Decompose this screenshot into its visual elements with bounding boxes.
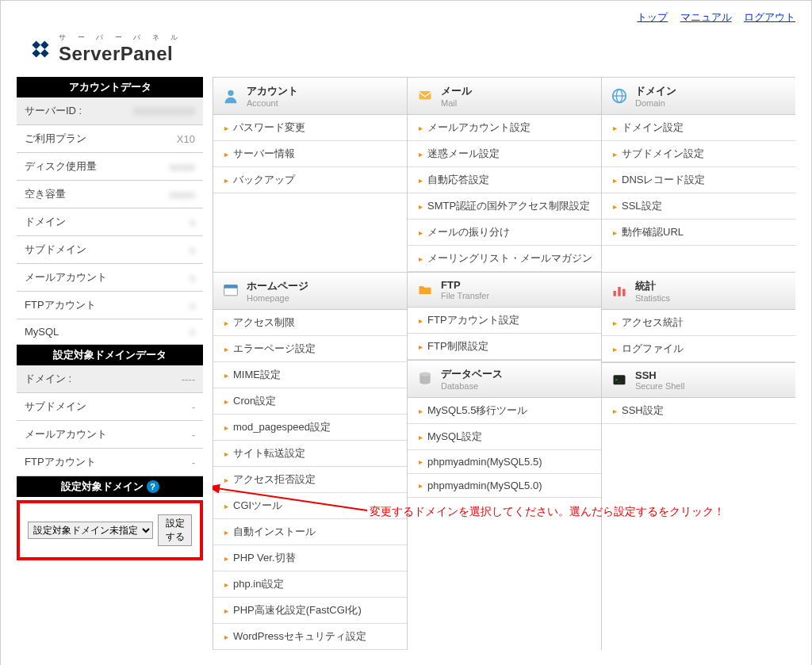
menu-item[interactable]: ▸php.ini設定 <box>213 571 407 598</box>
bullet-icon: ▸ <box>224 397 228 406</box>
chart-icon <box>610 283 629 299</box>
menu-item[interactable]: ▸MySQL設定 <box>408 424 601 450</box>
bullet-icon: ▸ <box>419 407 423 415</box>
bullet-icon: ▸ <box>224 423 228 432</box>
sidebar-section-target-domain-header: 設定対象ドメイン? <box>17 476 203 497</box>
category-header-mail: メールMail <box>408 77 601 115</box>
main-panel: アカウントAccount ▸パスワード変更▸サーバー情報▸バックアップ メールM… <box>213 77 795 650</box>
bullet-icon: ▸ <box>419 457 423 466</box>
svg-rect-15 <box>622 289 625 296</box>
menu-item[interactable]: ▸Cron設定 <box>213 388 407 415</box>
sidebar-row: FTPアカウント- <box>17 449 203 476</box>
help-icon[interactable]: ? <box>147 480 159 493</box>
menu-item[interactable]: ▸PHP高速化設定(FastCGI化) <box>213 598 407 624</box>
menu-item[interactable]: ▸phpmyadmin(MySQL5.5) <box>408 450 601 474</box>
menu-item[interactable]: ▸エラーページ設定 <box>213 336 407 362</box>
menu-item[interactable]: ▸メールアカウント設定 <box>408 115 601 141</box>
bullet-icon: ▸ <box>224 449 228 458</box>
bullet-icon: ▸ <box>224 554 228 563</box>
menu-item[interactable]: ▸PHP Ver.切替 <box>213 545 407 571</box>
bullet-icon: ▸ <box>613 407 617 415</box>
menu-item[interactable]: ▸FTP制限設定 <box>408 334 601 360</box>
menu-item[interactable]: ▸FTPアカウント設定 <box>408 308 601 334</box>
link-top[interactable]: トップ <box>637 11 668 23</box>
set-domain-button[interactable]: 設定する <box>158 514 192 546</box>
category-header-database: データベースDatabase <box>408 360 601 398</box>
link-manual[interactable]: マニュアル <box>680 11 732 23</box>
sidebar-row: メールアカウント- <box>17 421 203 449</box>
menu-item[interactable]: ▸アクセス拒否設定 <box>213 467 407 493</box>
bullet-icon: ▸ <box>224 371 228 380</box>
sidebar-row: サーバーID :XXXXXXXXX <box>17 97 203 125</box>
bullet-icon: ▸ <box>613 176 617 185</box>
bullet-icon: ▸ <box>419 316 423 325</box>
window-icon <box>221 283 240 299</box>
sidebar-row: 空き容量xxxxx <box>17 181 203 208</box>
menu-item[interactable]: ▸DNSレコード設定 <box>602 167 795 193</box>
category-header-homepage: ホームページHomepage <box>213 272 407 310</box>
bullet-icon: ▸ <box>419 342 423 351</box>
menu-item[interactable]: ▸ドメイン設定 <box>602 115 795 141</box>
menu-item[interactable]: ▸サブドメイン設定 <box>602 141 795 167</box>
bullet-icon: ▸ <box>419 150 423 159</box>
menu-item[interactable]: ▸サーバー情報 <box>213 141 407 167</box>
menu-item[interactable]: ▸アクセス制限 <box>213 310 407 336</box>
menu-item[interactable]: ▸phpmyadmin(MySQL5.0) <box>408 474 601 498</box>
category-header-domain: ドメインDomain <box>602 77 795 115</box>
sidebar-section-account-header: アカウントデータ <box>17 77 203 97</box>
menu-item[interactable]: ▸SSH設定 <box>602 398 795 424</box>
bullet-icon: ▸ <box>613 150 617 159</box>
logo-title: ServerPanel <box>59 43 182 65</box>
bullet-icon: ▸ <box>419 228 423 237</box>
terminal-icon: >_ <box>610 373 629 388</box>
menu-item[interactable]: ▸SSL設定 <box>602 193 795 220</box>
domain-select[interactable]: 設定対象ドメイン未指定 <box>28 522 153 539</box>
menu-item[interactable]: ▸パスワード変更 <box>213 115 407 141</box>
menu-item[interactable]: ▸ログファイル <box>602 336 795 362</box>
menu-item[interactable]: ▸迷惑メール設定 <box>408 141 601 167</box>
menu-item[interactable]: ▸MySQL5.5移行ツール <box>408 398 601 424</box>
menu-item[interactable]: ▸mod_pagespeed設定 <box>213 415 407 441</box>
menu-item[interactable]: ▸バックアップ <box>213 167 407 193</box>
folder-icon <box>416 282 435 298</box>
bullet-icon: ▸ <box>224 502 228 510</box>
svg-rect-5 <box>419 91 431 100</box>
svg-rect-3 <box>40 49 49 58</box>
bullet-icon: ▸ <box>613 228 617 237</box>
menu-item[interactable]: ▸SMTP認証の国外アクセス制限設定 <box>408 193 601 220</box>
menu-item[interactable]: ▸WordPressセキュリティ設定 <box>213 624 407 650</box>
svg-rect-14 <box>618 287 620 296</box>
menu-item[interactable]: ▸メールの振り分け <box>408 220 601 246</box>
sidebar-row: ドメイン :---- <box>17 365 203 393</box>
category-header-account: アカウントAccount <box>213 77 407 115</box>
bullet-icon: ▸ <box>224 528 228 537</box>
menu-item[interactable]: ▸自動応答設定 <box>408 167 601 193</box>
menu-item[interactable]: ▸CGIツール <box>213 493 407 519</box>
sidebar-section-domain-data-header: 設定対象ドメインデータ <box>17 345 203 365</box>
link-logout[interactable]: ログアウト <box>744 11 795 23</box>
svg-rect-2 <box>32 40 40 49</box>
bullet-icon: ▸ <box>224 606 228 615</box>
bullet-icon: ▸ <box>419 433 423 441</box>
bullet-icon: ▸ <box>419 254 423 263</box>
menu-item[interactable]: ▸サイト転送設定 <box>213 441 407 467</box>
sidebar-row: サブドメイン- <box>17 393 203 421</box>
bullet-icon: ▸ <box>224 476 228 484</box>
menu-item[interactable]: ▸アクセス統計 <box>602 310 795 336</box>
bullet-icon: ▸ <box>419 124 423 132</box>
logo-icon <box>29 37 52 61</box>
domain-select-box: 設定対象ドメイン未指定 設定する <box>17 500 203 560</box>
sidebar-row: ドメインx <box>17 208 203 236</box>
bullet-icon: ▸ <box>224 345 228 354</box>
category-header-ftp: FTPFile Transfer <box>408 272 601 308</box>
menu-item[interactable]: ▸MIME設定 <box>213 362 407 388</box>
menu-item[interactable]: ▸動作確認URL <box>602 220 795 246</box>
category-header-stats: 統計Statistics <box>602 272 795 310</box>
menu-item[interactable]: ▸メーリングリスト・メールマガジン <box>408 246 601 272</box>
menu-item[interactable]: ▸自動インストール <box>213 519 407 545</box>
sidebar-row: ディスク使用量xxxxx <box>17 153 203 181</box>
sidebar-row: MySQLx <box>17 319 203 345</box>
footer: Xserver SERVER-PANEL © 2003-2016 XSERVER… <box>1 662 811 665</box>
bullet-icon: ▸ <box>224 319 228 327</box>
logo: サ ー バ ー パ ネ ル ServerPanel <box>1 25 811 77</box>
